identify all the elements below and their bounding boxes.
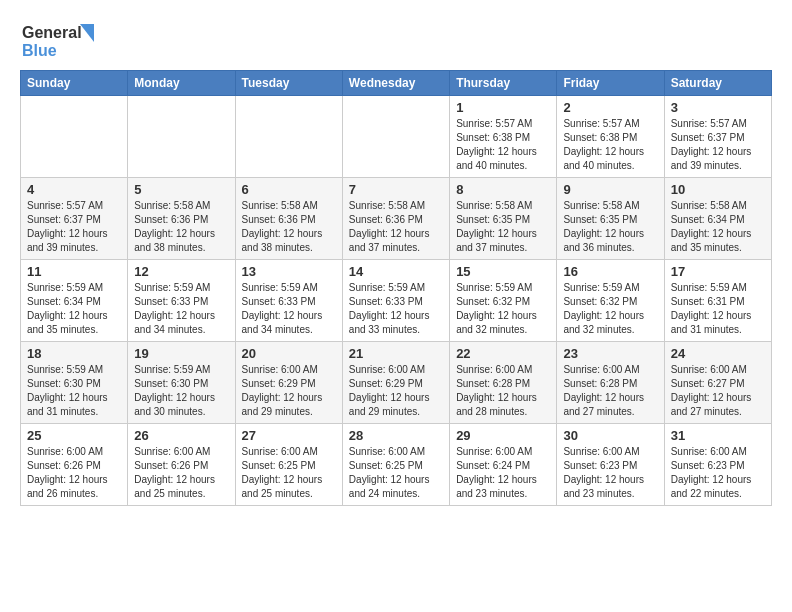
day-cell-6: 6Sunrise: 5:58 AM Sunset: 6:36 PM Daylig… [235, 178, 342, 260]
day-info: Sunrise: 6:00 AM Sunset: 6:28 PM Dayligh… [563, 363, 657, 419]
day-info: Sunrise: 5:59 AM Sunset: 6:33 PM Dayligh… [349, 281, 443, 337]
day-cell-4: 4Sunrise: 5:57 AM Sunset: 6:37 PM Daylig… [21, 178, 128, 260]
day-cell-5: 5Sunrise: 5:58 AM Sunset: 6:36 PM Daylig… [128, 178, 235, 260]
header-day-thursday: Thursday [450, 71, 557, 96]
day-cell-11: 11Sunrise: 5:59 AM Sunset: 6:34 PM Dayli… [21, 260, 128, 342]
day-info: Sunrise: 5:59 AM Sunset: 6:33 PM Dayligh… [134, 281, 228, 337]
day-cell-26: 26Sunrise: 6:00 AM Sunset: 6:26 PM Dayli… [128, 424, 235, 506]
day-cell-30: 30Sunrise: 6:00 AM Sunset: 6:23 PM Dayli… [557, 424, 664, 506]
day-number: 26 [134, 428, 228, 443]
day-cell-9: 9Sunrise: 5:58 AM Sunset: 6:35 PM Daylig… [557, 178, 664, 260]
day-cell-28: 28Sunrise: 6:00 AM Sunset: 6:25 PM Dayli… [342, 424, 449, 506]
day-info: Sunrise: 5:57 AM Sunset: 6:37 PM Dayligh… [671, 117, 765, 173]
day-info: Sunrise: 6:00 AM Sunset: 6:23 PM Dayligh… [671, 445, 765, 501]
day-cell-18: 18Sunrise: 5:59 AM Sunset: 6:30 PM Dayli… [21, 342, 128, 424]
day-info: Sunrise: 6:00 AM Sunset: 6:23 PM Dayligh… [563, 445, 657, 501]
svg-text:Blue: Blue [22, 42, 57, 59]
day-number: 6 [242, 182, 336, 197]
day-cell-23: 23Sunrise: 6:00 AM Sunset: 6:28 PM Dayli… [557, 342, 664, 424]
day-cell-14: 14Sunrise: 5:59 AM Sunset: 6:33 PM Dayli… [342, 260, 449, 342]
day-info: Sunrise: 5:57 AM Sunset: 6:37 PM Dayligh… [27, 199, 121, 255]
page-header: GeneralBlue [20, 20, 772, 60]
day-number: 17 [671, 264, 765, 279]
day-info: Sunrise: 6:00 AM Sunset: 6:25 PM Dayligh… [242, 445, 336, 501]
week-row-4: 18Sunrise: 5:59 AM Sunset: 6:30 PM Dayli… [21, 342, 772, 424]
day-cell-29: 29Sunrise: 6:00 AM Sunset: 6:24 PM Dayli… [450, 424, 557, 506]
header-day-friday: Friday [557, 71, 664, 96]
day-cell-27: 27Sunrise: 6:00 AM Sunset: 6:25 PM Dayli… [235, 424, 342, 506]
day-number: 27 [242, 428, 336, 443]
header-row: SundayMondayTuesdayWednesdayThursdayFrid… [21, 71, 772, 96]
day-cell-7: 7Sunrise: 5:58 AM Sunset: 6:36 PM Daylig… [342, 178, 449, 260]
day-cell-17: 17Sunrise: 5:59 AM Sunset: 6:31 PM Dayli… [664, 260, 771, 342]
week-row-1: 1Sunrise: 5:57 AM Sunset: 6:38 PM Daylig… [21, 96, 772, 178]
day-info: Sunrise: 5:59 AM Sunset: 6:33 PM Dayligh… [242, 281, 336, 337]
day-number: 28 [349, 428, 443, 443]
week-row-5: 25Sunrise: 6:00 AM Sunset: 6:26 PM Dayli… [21, 424, 772, 506]
calendar-header: SundayMondayTuesdayWednesdayThursdayFrid… [21, 71, 772, 96]
day-cell-3: 3Sunrise: 5:57 AM Sunset: 6:37 PM Daylig… [664, 96, 771, 178]
week-row-2: 4Sunrise: 5:57 AM Sunset: 6:37 PM Daylig… [21, 178, 772, 260]
header-day-monday: Monday [128, 71, 235, 96]
day-info: Sunrise: 5:58 AM Sunset: 6:35 PM Dayligh… [563, 199, 657, 255]
day-number: 25 [27, 428, 121, 443]
header-day-sunday: Sunday [21, 71, 128, 96]
day-number: 29 [456, 428, 550, 443]
svg-text:General: General [22, 24, 82, 41]
day-info: Sunrise: 6:00 AM Sunset: 6:25 PM Dayligh… [349, 445, 443, 501]
empty-cell [128, 96, 235, 178]
day-number: 3 [671, 100, 765, 115]
header-day-saturday: Saturday [664, 71, 771, 96]
day-number: 9 [563, 182, 657, 197]
day-number: 19 [134, 346, 228, 361]
day-info: Sunrise: 6:00 AM Sunset: 6:29 PM Dayligh… [349, 363, 443, 419]
day-number: 30 [563, 428, 657, 443]
day-number: 10 [671, 182, 765, 197]
day-number: 1 [456, 100, 550, 115]
day-info: Sunrise: 5:58 AM Sunset: 6:36 PM Dayligh… [349, 199, 443, 255]
logo-icon: GeneralBlue [20, 20, 100, 60]
day-info: Sunrise: 5:57 AM Sunset: 6:38 PM Dayligh… [563, 117, 657, 173]
empty-cell [342, 96, 449, 178]
day-number: 8 [456, 182, 550, 197]
day-number: 13 [242, 264, 336, 279]
day-cell-16: 16Sunrise: 5:59 AM Sunset: 6:32 PM Dayli… [557, 260, 664, 342]
day-number: 21 [349, 346, 443, 361]
calendar-table: SundayMondayTuesdayWednesdayThursdayFrid… [20, 70, 772, 506]
day-info: Sunrise: 5:58 AM Sunset: 6:34 PM Dayligh… [671, 199, 765, 255]
day-info: Sunrise: 5:59 AM Sunset: 6:34 PM Dayligh… [27, 281, 121, 337]
day-info: Sunrise: 5:59 AM Sunset: 6:32 PM Dayligh… [563, 281, 657, 337]
day-info: Sunrise: 6:00 AM Sunset: 6:29 PM Dayligh… [242, 363, 336, 419]
day-info: Sunrise: 5:58 AM Sunset: 6:35 PM Dayligh… [456, 199, 550, 255]
day-number: 2 [563, 100, 657, 115]
day-number: 23 [563, 346, 657, 361]
day-info: Sunrise: 6:00 AM Sunset: 6:26 PM Dayligh… [134, 445, 228, 501]
day-cell-24: 24Sunrise: 6:00 AM Sunset: 6:27 PM Dayli… [664, 342, 771, 424]
day-cell-21: 21Sunrise: 6:00 AM Sunset: 6:29 PM Dayli… [342, 342, 449, 424]
day-number: 14 [349, 264, 443, 279]
day-cell-20: 20Sunrise: 6:00 AM Sunset: 6:29 PM Dayli… [235, 342, 342, 424]
day-cell-13: 13Sunrise: 5:59 AM Sunset: 6:33 PM Dayli… [235, 260, 342, 342]
day-number: 11 [27, 264, 121, 279]
day-info: Sunrise: 5:59 AM Sunset: 6:32 PM Dayligh… [456, 281, 550, 337]
header-day-tuesday: Tuesday [235, 71, 342, 96]
day-info: Sunrise: 5:57 AM Sunset: 6:38 PM Dayligh… [456, 117, 550, 173]
day-info: Sunrise: 6:00 AM Sunset: 6:24 PM Dayligh… [456, 445, 550, 501]
empty-cell [21, 96, 128, 178]
day-number: 16 [563, 264, 657, 279]
day-number: 5 [134, 182, 228, 197]
day-info: Sunrise: 6:00 AM Sunset: 6:27 PM Dayligh… [671, 363, 765, 419]
day-info: Sunrise: 5:59 AM Sunset: 6:31 PM Dayligh… [671, 281, 765, 337]
day-cell-2: 2Sunrise: 5:57 AM Sunset: 6:38 PM Daylig… [557, 96, 664, 178]
day-info: Sunrise: 6:00 AM Sunset: 6:26 PM Dayligh… [27, 445, 121, 501]
svg-marker-2 [80, 24, 94, 42]
calendar-body: 1Sunrise: 5:57 AM Sunset: 6:38 PM Daylig… [21, 96, 772, 506]
day-number: 15 [456, 264, 550, 279]
day-number: 7 [349, 182, 443, 197]
day-info: Sunrise: 5:59 AM Sunset: 6:30 PM Dayligh… [27, 363, 121, 419]
day-cell-15: 15Sunrise: 5:59 AM Sunset: 6:32 PM Dayli… [450, 260, 557, 342]
day-cell-19: 19Sunrise: 5:59 AM Sunset: 6:30 PM Dayli… [128, 342, 235, 424]
day-number: 31 [671, 428, 765, 443]
day-cell-31: 31Sunrise: 6:00 AM Sunset: 6:23 PM Dayli… [664, 424, 771, 506]
day-number: 12 [134, 264, 228, 279]
